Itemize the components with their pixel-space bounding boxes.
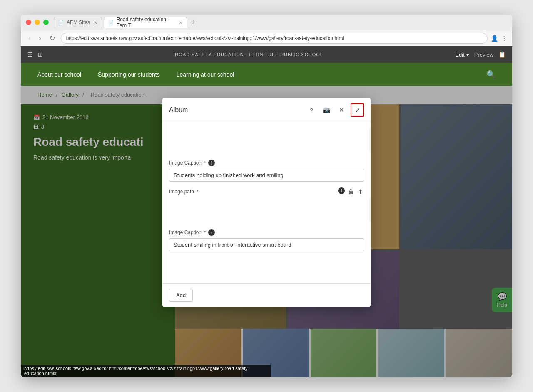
chevron-down-icon: ▾ — [466, 52, 469, 58]
nav-item-about[interactable]: About our school — [37, 71, 81, 78]
url-bar[interactable] — [61, 33, 488, 44]
search-icon[interactable]: 🔍 — [486, 70, 496, 79]
cms-title: ROAD SAFETY EDUCATION - FERN TREE PUBLIC… — [48, 52, 450, 57]
publish-icon[interactable]: 📋 — [498, 51, 506, 58]
cms-toolbar: ☰ ⊞ ROAD SAFETY EDUCATION - FERN TREE PU… — [21, 46, 512, 63]
dialog-header: Album ? 📷 ✕ ✓ — [162, 98, 371, 122]
add-button[interactable]: Add — [169, 289, 193, 302]
delete-image-button[interactable]: 🗑 — [347, 187, 355, 196]
caption2-field: Image Caption * i — [169, 229, 364, 251]
caption1-info-icon[interactable]: i — [208, 160, 215, 166]
image2-row: /content/dam/doe/sws/schools/z/z-trainin… — [169, 198, 364, 222]
close-dialog-button[interactable]: ✕ — [336, 104, 347, 116]
tab-icon-2: 📄 — [108, 20, 114, 25]
caption2-required: * — [204, 230, 206, 235]
traffic-lights — [26, 20, 49, 25]
move-image-button[interactable]: ⬆ — [357, 187, 364, 196]
edit-button[interactable]: Edit ▾ — [455, 52, 469, 58]
back-button[interactable]: ‹ — [26, 34, 33, 43]
tab-close-icon-2[interactable]: × — [179, 20, 182, 26]
image2-path-field: Image path * i 🗑 ⬆ /content/dam/doe/sws/… — [169, 187, 364, 222]
path-field-icons: i 🗑 ⬆ — [338, 187, 364, 196]
page-content: Home / Gallery / Road safety education 📅… — [21, 86, 512, 377]
tab-label-2: Road safety education - Fern T — [117, 17, 175, 28]
nav-item-learning[interactable]: Learning at our school — [177, 71, 234, 78]
title-bar: 📄 AEM Sites × 📄 Road safety education - … — [21, 15, 512, 30]
sidebar-toggle-icon[interactable]: ☰ — [27, 51, 33, 58]
image2-path-header: Image path * i 🗑 ⬆ — [169, 187, 364, 196]
nav-item-supporting[interactable]: Supporting our students — [98, 71, 160, 78]
menu-icon[interactable]: ⋮ — [501, 35, 507, 42]
reload-button[interactable]: ↻ — [47, 33, 57, 43]
profile-icon[interactable]: 👤 — [491, 35, 498, 42]
image1-path: /content/dam/doe/sws/schools/z/z-trainin… — [369, 129, 371, 153]
dialog-actions: ? 📷 ✕ ✓ — [306, 103, 364, 117]
screenshot-button[interactable]: 📷 — [321, 104, 332, 116]
image1-row: /content/dam/doe/sws/schools/z/z-trainin… — [169, 129, 364, 153]
cms-actions: Edit ▾ Preview 📋 — [455, 51, 506, 58]
image2-path: /content/dam/doe/sws/schools/z/z-trainin… — [369, 198, 371, 222]
maximize-button[interactable] — [43, 20, 49, 25]
dialog-footer: Add — [162, 283, 371, 307]
address-bar: ‹ › ↻ 👤 ⋮ — [21, 30, 512, 46]
tab-icon: 📄 — [58, 20, 64, 25]
nav-items: About our school Supporting our students… — [37, 71, 486, 78]
caption1-field: Image Caption * i — [169, 160, 364, 182]
album-dialog: Album ? 📷 ✕ ✓ /content/dam/doe/sws/schoo… — [162, 98, 371, 307]
confirm-dialog-button[interactable]: ✓ — [351, 103, 364, 117]
caption2-info-icon[interactable]: i — [208, 229, 215, 236]
close-button[interactable] — [26, 20, 31, 25]
dialog-title: Album — [169, 106, 306, 114]
new-tab-button[interactable]: + — [189, 18, 198, 27]
caption1-required: * — [204, 160, 206, 165]
help-dialog-button[interactable]: ? — [306, 104, 317, 116]
browser-icons: 👤 ⋮ — [491, 35, 507, 42]
modal-overlay: Album ? 📷 ✕ ✓ /content/dam/doe/sws/schoo… — [21, 86, 512, 377]
caption2-input[interactable] — [169, 238, 364, 251]
status-url: https://edit.sws.schools.nsw.gov.au/edit… — [24, 366, 249, 376]
tab-aem-sites[interactable]: 📄 AEM Sites × — [54, 17, 102, 28]
status-bar: https://edit.sws.schools.nsw.gov.au/edit… — [21, 365, 271, 377]
minimize-button[interactable] — [35, 20, 40, 25]
image2-required: * — [197, 189, 198, 194]
tab-road-safety[interactable]: 📄 Road safety education - Fern T × — [104, 17, 187, 28]
preview-button[interactable]: Preview — [474, 52, 493, 58]
dialog-body: /content/dam/doe/sws/schools/z/z-trainin… — [162, 122, 371, 283]
settings-icon[interactable]: ⊞ — [38, 51, 43, 58]
caption1-input[interactable] — [169, 169, 364, 182]
site-nav: About our school Supporting our students… — [21, 63, 512, 86]
tab-close-icon[interactable]: × — [94, 20, 97, 26]
tab-label: AEM Sites — [67, 20, 90, 25]
forward-button[interactable]: › — [36, 34, 43, 43]
caption2-label: Image Caption * i — [169, 229, 364, 236]
image2-info-icon[interactable]: i — [338, 187, 345, 194]
tab-bar: 📄 AEM Sites × 📄 Road safety education - … — [54, 17, 507, 28]
caption1-label: Image Caption * i — [169, 160, 364, 166]
